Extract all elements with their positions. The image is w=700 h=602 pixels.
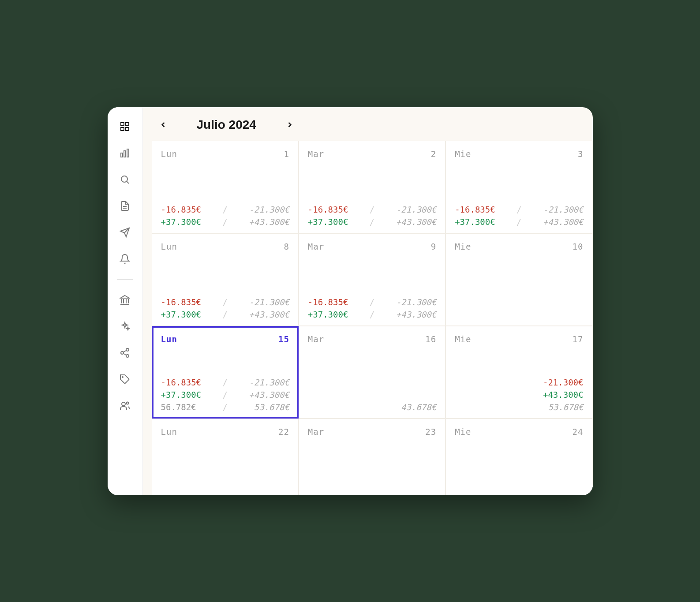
slash-separator: / bbox=[222, 390, 227, 400]
people-icon[interactable] bbox=[119, 400, 131, 412]
amount-row: -16.835€/-21.300€ bbox=[161, 378, 289, 387]
slash-separator: / bbox=[222, 310, 227, 319]
amount-left: -16.835€ bbox=[308, 205, 348, 214]
month-title: Julio 2024 bbox=[197, 118, 256, 132]
amount-right: +43.300€ bbox=[249, 390, 289, 400]
bank-icon[interactable] bbox=[119, 294, 131, 306]
amount-row: +37.300€/+43.300€ bbox=[308, 310, 436, 319]
day-header: Mar2 bbox=[308, 149, 436, 159]
amount-right: 53.678€ bbox=[254, 402, 289, 412]
day-of-week: Lun bbox=[161, 334, 177, 344]
day-header: Mie10 bbox=[455, 242, 583, 251]
amount-left: -16.835€ bbox=[161, 205, 202, 214]
day-amounts: -16.835€/-21.300€+37.300€/+43.300€ bbox=[161, 205, 289, 227]
svg-marker-13 bbox=[120, 295, 129, 298]
svg-rect-2 bbox=[121, 127, 124, 131]
amount-right: -21.300€ bbox=[249, 378, 289, 387]
day-number: 2 bbox=[431, 149, 436, 159]
amount-row: +37.300€/+43.300€ bbox=[161, 217, 289, 227]
svg-rect-6 bbox=[127, 149, 129, 157]
svg-rect-5 bbox=[124, 151, 126, 157]
day-cell[interactable]: Lun8-16.835€/-21.300€+37.300€/+43.300€ bbox=[152, 233, 299, 326]
day-amounts: -21.300€+43.300€53.678€ bbox=[455, 378, 583, 412]
day-header: Lun1 bbox=[161, 149, 289, 159]
amount-right: +43.300€ bbox=[543, 390, 584, 400]
day-header: Mie17 bbox=[455, 334, 583, 344]
amount-right: -21.300€ bbox=[543, 205, 584, 214]
document-icon[interactable] bbox=[119, 200, 131, 212]
svg-point-7 bbox=[121, 176, 127, 182]
amount-row: 56.782€/53.678€ bbox=[161, 402, 289, 412]
amount-row: -16.835€/-21.300€ bbox=[161, 297, 289, 307]
day-of-week: Mie bbox=[455, 242, 471, 251]
day-of-week: Mar bbox=[308, 334, 324, 344]
day-cell[interactable]: Mie17-21.300€+43.300€53.678€ bbox=[445, 326, 592, 419]
slash-separator: / bbox=[222, 378, 227, 387]
sidebar-divider bbox=[117, 279, 133, 280]
day-cell[interactable]: Mar9-16.835€/-21.300€+37.300€/+43.300€ bbox=[299, 233, 445, 326]
bell-icon[interactable] bbox=[119, 253, 131, 265]
amount-row: +37.300€/+43.300€ bbox=[308, 217, 436, 227]
sparkle-icon[interactable] bbox=[119, 320, 131, 333]
amount-row bbox=[308, 390, 436, 400]
tag-icon[interactable] bbox=[119, 373, 131, 385]
slash-separator: / bbox=[222, 297, 227, 307]
calendar-grid: Lun1-16.835€/-21.300€+37.300€/+43.300€Ma… bbox=[152, 141, 593, 495]
svg-rect-3 bbox=[126, 127, 129, 131]
day-cell[interactable]: Lun1-16.835€/-21.300€+37.300€/+43.300€ bbox=[152, 141, 299, 233]
amount-left: -16.835€ bbox=[161, 297, 202, 307]
day-cell[interactable]: Mar2-16.835€/-21.300€+37.300€/+43.300€ bbox=[299, 141, 445, 233]
share-icon[interactable] bbox=[119, 347, 131, 359]
svg-point-19 bbox=[126, 348, 129, 351]
amount-right: -21.300€ bbox=[543, 378, 584, 387]
day-number: 15 bbox=[278, 334, 289, 344]
amount-left: 56.782€ bbox=[161, 402, 196, 412]
amount-row bbox=[308, 378, 436, 387]
amount-row: +37.300€/+43.300€ bbox=[161, 390, 289, 400]
amount-right: +43.300€ bbox=[249, 310, 289, 319]
day-header: Lun22 bbox=[161, 427, 289, 437]
day-of-week: Lun bbox=[161, 149, 177, 159]
day-of-week: Mie bbox=[455, 149, 471, 159]
day-of-week: Lun bbox=[161, 242, 177, 251]
svg-line-23 bbox=[124, 350, 127, 352]
prev-month-button[interactable] bbox=[156, 118, 170, 132]
day-header: Mar9 bbox=[308, 242, 436, 251]
day-cell[interactable]: Mie10 bbox=[445, 233, 592, 326]
chart-icon[interactable] bbox=[119, 147, 131, 159]
amount-right: +43.300€ bbox=[396, 310, 437, 319]
day-number: 8 bbox=[284, 242, 289, 251]
day-amounts: -16.835€/-21.300€+37.300€/+43.300€56.782… bbox=[161, 378, 289, 412]
day-header: Mie3 bbox=[455, 149, 583, 159]
day-cell[interactable]: Mar16 43.678€ bbox=[299, 326, 445, 419]
amount-left: +37.300€ bbox=[455, 217, 495, 227]
day-cell[interactable]: Lun15-16.835€/-21.300€+37.300€/+43.300€5… bbox=[152, 326, 299, 419]
day-cell[interactable]: Mie3-16.835€/-21.300€+37.300€/+43.300€ bbox=[445, 141, 592, 233]
slash-separator: / bbox=[222, 217, 227, 227]
day-header: Lun8 bbox=[161, 242, 289, 251]
day-amounts: -16.835€/-21.300€+37.300€/+43.300€ bbox=[308, 297, 436, 319]
day-number: 23 bbox=[425, 427, 436, 437]
day-number: 16 bbox=[425, 334, 436, 344]
amount-right: -21.300€ bbox=[249, 297, 289, 307]
main-content: Julio 2024 Lun1-16.835€/-21.300€+37.300€… bbox=[143, 107, 593, 495]
day-cell[interactable]: Lun22 bbox=[152, 419, 299, 495]
amount-left: -16.835€ bbox=[308, 297, 348, 307]
svg-rect-1 bbox=[126, 123, 129, 126]
svg-point-25 bbox=[122, 402, 125, 406]
svg-point-26 bbox=[127, 402, 129, 404]
grid-icon[interactable] bbox=[119, 120, 131, 133]
day-header: Mar23 bbox=[308, 427, 436, 437]
amount-row: 43.678€ bbox=[308, 402, 436, 412]
send-icon[interactable] bbox=[119, 226, 131, 239]
search-icon[interactable] bbox=[119, 173, 131, 186]
day-cell[interactable]: Mar23 bbox=[299, 419, 445, 495]
svg-point-21 bbox=[126, 355, 129, 357]
day-number: 17 bbox=[573, 334, 584, 344]
slash-separator: / bbox=[222, 402, 227, 412]
day-number: 9 bbox=[431, 242, 436, 251]
amount-right: +43.300€ bbox=[543, 217, 584, 227]
amount-row: -16.835€/-21.300€ bbox=[455, 205, 583, 214]
day-cell[interactable]: Mie24 bbox=[445, 419, 592, 495]
next-month-button[interactable] bbox=[283, 118, 297, 132]
